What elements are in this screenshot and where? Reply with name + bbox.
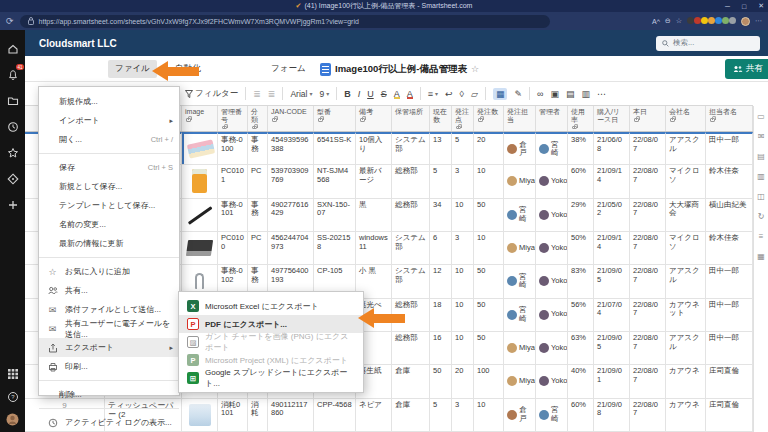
table-cell[interactable]: 3 xyxy=(452,399,474,431)
table-cell[interactable]: CPP-4568 xyxy=(314,399,356,431)
table-cell[interactable]: 50 xyxy=(474,299,504,331)
column-header-10[interactable]: 発注点 xyxy=(452,106,474,131)
cell-order-contact[interactable]: 宮崎 xyxy=(504,265,536,297)
recents-clock-icon[interactable] xyxy=(6,120,19,133)
table-cell[interactable]: アアスクル xyxy=(666,132,706,164)
font-size-icon[interactable]: Aᴬ xyxy=(652,18,660,25)
wrap-text-icon[interactable]: ↩ xyxy=(445,89,453,99)
table-cell[interactable]: 10 xyxy=(474,232,504,264)
file-menu-item[interactable]: エクスポート▸ xyxy=(39,338,179,357)
table-cell[interactable]: システム部 xyxy=(392,132,430,164)
column-header-15[interactable]: 購入/リース日 xyxy=(594,106,630,131)
cell-order-contact[interactable]: Miya xyxy=(504,365,536,397)
table-cell[interactable]: 50% xyxy=(568,232,594,264)
rail-panel-icon[interactable]: ▦ xyxy=(757,252,765,261)
table-cell[interactable]: 田中一郎 xyxy=(706,265,753,297)
column-header-17[interactable]: 会社名 xyxy=(666,106,706,131)
table-cell[interactable]: PC xyxy=(248,165,268,197)
table-cell[interactable]: 5 xyxy=(430,165,452,197)
cell-manager-contact[interactable]: Yoko xyxy=(536,232,568,264)
extension-icon[interactable] xyxy=(687,17,694,24)
table-cell[interactable]: 29% xyxy=(568,199,594,231)
table-cell[interactable]: カアウネット xyxy=(666,299,706,331)
column-header-6[interactable]: 型番 xyxy=(314,106,356,131)
table-cell[interactable]: SXN-150-07 xyxy=(314,199,356,231)
table-cell[interactable]: 50 xyxy=(474,265,504,297)
table-cell[interactable]: 21/06/08 xyxy=(594,132,630,164)
file-menu-item[interactable]: ✉添付ファイルとして送信... xyxy=(39,300,179,319)
table-cell[interactable]: 34 xyxy=(430,199,452,231)
table-cell[interactable]: 田中一郎 xyxy=(706,332,753,364)
fill-color-icon[interactable]: A xyxy=(394,89,400,99)
paste-special-icon[interactable]: ▥ xyxy=(581,89,590,99)
rail-panel-icon[interactable]: ▥ xyxy=(757,172,765,181)
cell-order-contact[interactable]: Miya xyxy=(504,332,536,364)
bold-icon[interactable]: B xyxy=(344,89,351,99)
table-cell[interactable]: マイクロソ xyxy=(666,165,706,197)
table-cell[interactable]: 21/09/14 xyxy=(594,165,630,197)
table-cell[interactable]: システム部 xyxy=(392,232,430,264)
indent-icon[interactable]: ≣ xyxy=(268,89,276,99)
extension-icons[interactable] xyxy=(687,17,736,25)
table-cell[interactable]: カアウネ xyxy=(666,399,706,431)
table-cell[interactable]: 13 xyxy=(430,132,452,164)
table-cell[interactable]: NT-SJM4568 xyxy=(314,165,356,197)
file-menu-item[interactable]: アクティビティ ログの表示... xyxy=(39,413,179,432)
extension-icon[interactable] xyxy=(715,17,722,24)
table-cell[interactable]: 22/08/07 xyxy=(630,299,666,331)
underline-icon[interactable]: U xyxy=(367,89,374,99)
folder-icon[interactable] xyxy=(6,94,19,107)
table-cell[interactable]: 黒 xyxy=(356,199,392,231)
rail-panel-icon[interactable]: ▤ xyxy=(757,152,765,161)
table-cell[interactable]: 総務部 xyxy=(392,332,430,364)
column-header-11[interactable]: 発注数 xyxy=(474,106,504,131)
table-cell[interactable]: 100 xyxy=(474,365,504,397)
table-cell[interactable]: 21/09/05 xyxy=(594,332,630,364)
font-size-select[interactable]: 9▾ xyxy=(319,89,329,99)
table-cell[interactable]: 21/05/02 xyxy=(594,199,630,231)
table-cell[interactable]: 消耗 xyxy=(248,399,268,431)
column-header-8[interactable]: 保管場所 xyxy=(392,106,430,131)
table-cell[interactable]: 21/09/08 xyxy=(594,399,630,431)
bookmark-icon[interactable]: ☆ xyxy=(676,17,682,25)
cell-image[interactable] xyxy=(182,132,218,164)
table-cell[interactable]: 総務部 xyxy=(392,165,430,197)
align-left-icon[interactable]: ≡▾ xyxy=(428,89,438,99)
table-cell[interactable]: 10 xyxy=(452,199,474,231)
column-header-9[interactable]: 現在数 xyxy=(430,106,452,131)
column-header-2[interactable]: image xyxy=(182,106,218,131)
table-cell[interactable]: PC0101 xyxy=(218,165,248,197)
column-header-5[interactable]: JAN-CODE xyxy=(268,106,314,131)
font-family-select[interactable]: Arial▾ xyxy=(290,89,312,99)
cell-manager-contact[interactable]: Yoko xyxy=(536,332,568,364)
zoom-icon[interactable]: ⊖ xyxy=(665,17,671,25)
table-cell[interactable]: windows11 xyxy=(356,232,392,264)
table-cell[interactable]: 6541SS-K xyxy=(314,132,356,164)
table-cell[interactable]: 22/08/07 xyxy=(630,199,666,231)
filter-button[interactable]: フィルター xyxy=(185,88,238,100)
table-cell[interactable]: 60% xyxy=(568,399,594,431)
table-cell[interactable]: 倉庫 xyxy=(392,399,430,431)
table-cell[interactable]: 38% xyxy=(568,132,594,164)
table-cell[interactable]: アアスクル xyxy=(666,332,706,364)
table-cell[interactable]: 50 xyxy=(474,199,504,231)
column-header-14[interactable]: 使用率 xyxy=(568,106,594,131)
apps-grid-icon[interactable] xyxy=(6,367,19,380)
cell-image[interactable] xyxy=(182,232,218,264)
table-cell[interactable]: 事務-0101 xyxy=(218,199,248,231)
table-cell[interactable]: 倉庫 xyxy=(392,365,430,397)
file-menu-item[interactable]: 最新の情報に更新 xyxy=(39,234,179,253)
table-cell[interactable]: 田中一郎 xyxy=(706,132,753,164)
eraser-icon[interactable]: ◊ xyxy=(460,89,464,99)
table-cell[interactable]: システム部 xyxy=(392,265,430,297)
file-menu-item[interactable]: ✉共有ユーザーに電子メールを送信... xyxy=(39,319,179,338)
table-cell[interactable]: 10 xyxy=(474,165,504,197)
table-cell[interactable]: 10 xyxy=(474,399,504,431)
export-option[interactable]: XMicrosoft Excel にエクスポート xyxy=(179,297,363,315)
extension-icon[interactable] xyxy=(729,17,736,24)
table-cell[interactable]: 鈴木佳奈 xyxy=(706,165,753,197)
table-cell[interactable]: 3 xyxy=(452,165,474,197)
cell-image[interactable] xyxy=(182,399,218,431)
rail-panel-icon[interactable]: ◫ xyxy=(757,192,765,201)
column-header-18[interactable]: 担当者名 xyxy=(706,106,753,131)
